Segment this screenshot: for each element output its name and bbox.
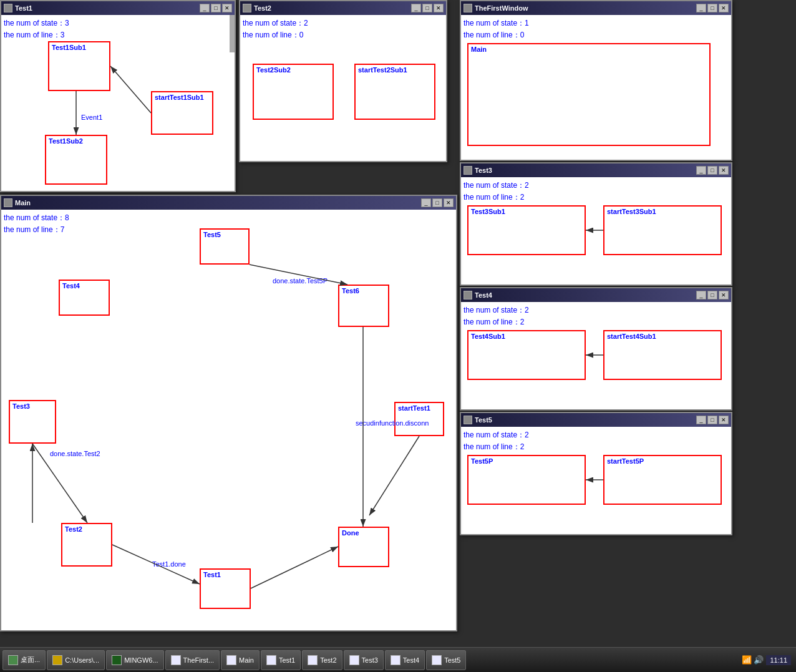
test5-panel-window: Test5 _ □ ✕ the num of state：2 the num o… — [460, 412, 732, 535]
maximize-btn[interactable]: □ — [422, 4, 432, 12]
state-starttest4sub1: startTest4Sub1 — [603, 330, 722, 380]
test2-titlebar[interactable]: Test2 _ □ ✕ — [240, 1, 446, 15]
doc-icon-thefirst — [171, 655, 181, 665]
test3panel-state-info: the num of state：2 the num of line：2 — [464, 180, 729, 203]
test2-controls[interactable]: _ □ ✕ — [411, 4, 444, 12]
close-btn[interactable]: ✕ — [719, 4, 729, 12]
minimize-btn[interactable]: _ — [696, 291, 706, 299]
test5panel-title: Test5 — [464, 416, 492, 424]
taskbar[interactable]: 桌面... C:\Users\... MINGW6... TheFirst...… — [0, 647, 796, 672]
folder-icon — [52, 655, 62, 665]
maximize-btn[interactable]: □ — [707, 291, 717, 299]
test1-controls[interactable]: _ □ ✕ — [200, 4, 232, 12]
event-done-state-test2: done.state.Test2 — [50, 450, 100, 457]
state-done: Done — [338, 527, 389, 567]
test4panel-title: Test4 — [464, 291, 492, 299]
minimize-btn[interactable]: _ — [696, 166, 706, 175]
main-titlebar[interactable]: Main _ □ ✕ — [1, 196, 456, 210]
taskbar-explorer[interactable]: C:\Users\... — [47, 650, 105, 670]
close-btn[interactable]: ✕ — [719, 416, 729, 424]
taskbar-mingw[interactable]: MINGW6... — [106, 650, 163, 670]
state-test4-main: Test4 — [59, 280, 110, 316]
volume-icon: 🔊 — [754, 655, 764, 665]
taskbar-right: 📶 🔊 11:11 — [742, 655, 794, 665]
svg-line-1 — [110, 66, 151, 113]
state-test2sub2: Test2Sub2 — [253, 64, 334, 120]
scroll-indicator[interactable] — [230, 15, 235, 52]
test5panel-titlebar[interactable]: Test5 _ □ ✕ — [461, 413, 731, 427]
test3panel-controls[interactable]: _ □ ✕ — [696, 166, 729, 175]
test3panel-icon — [464, 166, 472, 175]
close-btn[interactable]: ✕ — [719, 166, 729, 175]
minimize-btn[interactable]: _ — [696, 4, 706, 12]
test3-panel-window: Test3 _ □ ✕ the num of state：2 the num o… — [460, 162, 732, 286]
test4panel-content: the num of state：2 the num of line：2 Tes… — [461, 302, 731, 409]
taskbar-test5[interactable]: Test5 — [426, 650, 466, 670]
terminal-icon — [112, 655, 122, 665]
svg-line-14 — [251, 547, 338, 588]
thefirst-state-info: the num of state：1 the num of line：0 — [464, 17, 729, 41]
maximize-btn[interactable]: □ — [707, 4, 717, 12]
taskbar-test2[interactable]: Test2 — [302, 650, 342, 670]
close-btn[interactable]: ✕ — [444, 198, 454, 207]
test2-icon — [243, 4, 251, 12]
minimize-btn[interactable]: _ — [200, 4, 210, 12]
state-starttest1sub1: startTest1Sub1 — [151, 91, 213, 135]
test1-title: Test1 — [4, 4, 32, 12]
state-test3-main: Test3 — [9, 400, 56, 444]
main-title: Main — [4, 198, 31, 207]
thefirst-titlebar[interactable]: TheFirstWindow _ □ ✕ — [461, 1, 731, 15]
state-test5p: Test5P — [467, 455, 586, 505]
state-test3sub1: Test3Sub1 — [467, 205, 586, 255]
test5panel-state-info: the num of state：2 the num of line：2 — [464, 429, 729, 453]
test3panel-content: the num of state：2 the num of line：2 Tes… — [461, 177, 731, 285]
test1-content: the num of state：3 the num of line：3 Tes… — [1, 15, 235, 191]
taskbar-desktop[interactable]: 桌面... — [2, 650, 46, 670]
taskbar-main[interactable]: Main — [221, 650, 260, 670]
thefirstwindow: TheFirstWindow _ □ ✕ the num of state：1 … — [460, 0, 732, 161]
maximize-btn[interactable]: □ — [211, 4, 221, 12]
test4-panel-window: Test4 _ □ ✕ the num of state：2 the num o… — [460, 287, 732, 411]
test4panel-controls[interactable]: _ □ ✕ — [696, 291, 729, 299]
doc-icon-test4 — [391, 655, 400, 665]
state-test1-main: Test1 — [200, 568, 251, 609]
maximize-btn[interactable]: □ — [707, 166, 717, 175]
test2-window: Test2 _ □ ✕ the num of state：2 the num o… — [239, 0, 447, 162]
state-starttest2sub1: startTest2Sub1 — [354, 64, 435, 120]
test1-titlebar[interactable]: Test1 _ □ ✕ — [1, 1, 235, 15]
system-tray-icons: 📶 🔊 — [742, 655, 764, 665]
thefirst-title: TheFirstWindow — [464, 4, 528, 12]
state-starttest3sub1: startTest3Sub1 — [603, 205, 722, 255]
test1-icon — [4, 4, 12, 12]
test5panel-icon — [464, 416, 472, 424]
maximize-btn[interactable]: □ — [707, 416, 717, 424]
taskbar-thefirst[interactable]: TheFirst... — [165, 650, 220, 670]
close-btn[interactable]: ✕ — [222, 4, 232, 12]
doc-icon-main — [226, 655, 236, 665]
minimize-btn[interactable]: _ — [696, 416, 706, 424]
test1-state-info: the num of state：3 the num of line：3 — [4, 17, 232, 41]
svg-line-11 — [369, 436, 419, 515]
event1-label: Event1 — [81, 114, 102, 121]
main-controls[interactable]: _ □ ✕ — [421, 198, 454, 207]
close-btn[interactable]: ✕ — [719, 291, 729, 299]
thefirst-controls[interactable]: _ □ ✕ — [696, 4, 729, 12]
minimize-btn[interactable]: _ — [411, 4, 421, 12]
taskbar-test4[interactable]: Test4 — [385, 650, 425, 670]
test4panel-icon — [464, 291, 472, 299]
thefirst-icon — [464, 4, 472, 12]
doc-icon-test3 — [349, 655, 359, 665]
test5panel-controls[interactable]: _ □ ✕ — [696, 416, 729, 424]
test3panel-titlebar[interactable]: Test3 _ □ ✕ — [461, 163, 731, 177]
main-content: the num of state：8 the num of line：7 Tes… — [1, 210, 456, 630]
taskbar-test3[interactable]: Test3 — [344, 650, 384, 670]
minimize-btn[interactable]: _ — [421, 198, 431, 207]
state-main: Main — [467, 43, 711, 146]
maximize-btn[interactable]: □ — [432, 198, 442, 207]
state-test1sub2: Test1Sub2 — [45, 135, 107, 185]
desktop-icon — [8, 655, 18, 665]
close-btn[interactable]: ✕ — [434, 4, 444, 12]
taskbar-test1[interactable]: Test1 — [261, 650, 301, 670]
state-test2-main: Test2 — [61, 523, 112, 567]
test4panel-titlebar[interactable]: Test4 _ □ ✕ — [461, 288, 731, 302]
